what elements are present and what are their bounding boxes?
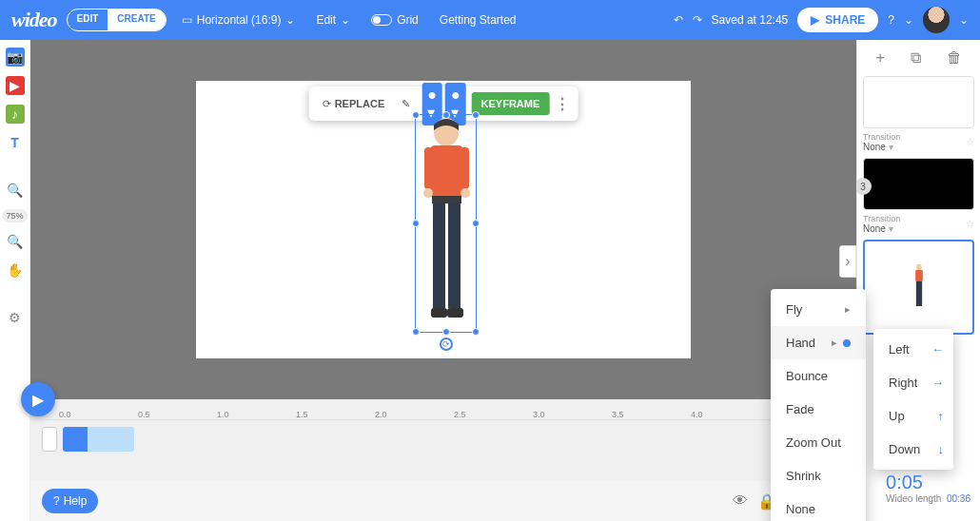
transition-value[interactable]: None bbox=[863, 223, 886, 234]
help-button[interactable]: ? Help bbox=[42, 489, 98, 513]
video-icon[interactable]: ▶ bbox=[6, 76, 25, 95]
timeline-clip[interactable] bbox=[63, 427, 134, 452]
scene-thumb[interactable]: 3 bbox=[863, 158, 974, 210]
resize-handle[interactable] bbox=[442, 111, 450, 119]
resize-handle[interactable] bbox=[412, 328, 420, 336]
scene-thumb[interactable] bbox=[863, 240, 974, 335]
arrow-up-icon: ↑ bbox=[938, 409, 945, 423]
resize-handle[interactable] bbox=[412, 220, 420, 227]
timeline-ruler[interactable]: 0.0 0.5 1.0 1.5 2.0 2.5 3.0 3.5 4.0 bbox=[30, 399, 856, 420]
settings-gear-icon[interactable]: ⚙ bbox=[6, 308, 25, 327]
transition-option-zoom-out[interactable]: Zoom Out bbox=[771, 426, 866, 459]
timeline-track[interactable] bbox=[30, 424, 856, 454]
length-label: Wideo length bbox=[886, 493, 941, 504]
length-value: 00:36 bbox=[947, 493, 970, 504]
share-button[interactable]: ▶ SHARE bbox=[797, 8, 878, 32]
direction-submenu: Left← Right→ Up↑ Down↓ bbox=[873, 329, 953, 470]
mode-create[interactable]: CREATE bbox=[108, 10, 165, 30]
zoom-in-icon[interactable]: 🔍 bbox=[6, 181, 25, 200]
transition-option-fly[interactable]: Fly▸ bbox=[771, 293, 866, 326]
svg-rect-1 bbox=[430, 145, 463, 198]
resize-handle[interactable] bbox=[442, 328, 450, 336]
scene-thumb[interactable] bbox=[863, 76, 974, 128]
mode-edit[interactable]: EDIT bbox=[68, 10, 108, 30]
arrow-down-icon: ↓ bbox=[938, 442, 945, 456]
music-icon[interactable]: ♪ bbox=[6, 105, 25, 124]
avatar[interactable] bbox=[923, 7, 950, 33]
play-icon: ▶ bbox=[811, 13, 819, 27]
transition-option-fade[interactable]: Fade bbox=[771, 393, 866, 426]
chevron-down-icon: ⌄ bbox=[285, 13, 295, 27]
svg-point-11 bbox=[916, 264, 922, 271]
svg-rect-7 bbox=[433, 203, 445, 308]
direction-option-up[interactable]: Up↑ bbox=[873, 399, 959, 433]
resize-handle[interactable] bbox=[472, 328, 480, 336]
pan-hand-icon[interactable]: ✋ bbox=[6, 260, 25, 280]
resize-handle[interactable] bbox=[412, 111, 420, 119]
character-figure[interactable] bbox=[416, 115, 478, 334]
resize-handle[interactable] bbox=[472, 111, 480, 119]
camera-icon[interactable]: 📷 bbox=[6, 48, 25, 67]
add-scene-icon[interactable]: + bbox=[875, 49, 884, 67]
mode-toggle[interactable]: EDIT CREATE bbox=[67, 9, 167, 31]
star-icon[interactable]: ☆ bbox=[966, 219, 974, 229]
rotate-handle[interactable]: ⟳ bbox=[440, 338, 453, 351]
edit-menu[interactable]: Edit ⌄ bbox=[310, 13, 356, 27]
svg-rect-9 bbox=[431, 308, 447, 318]
text-icon[interactable]: T bbox=[6, 133, 25, 152]
transition-option-hand[interactable]: Hand▸ bbox=[771, 326, 866, 359]
visibility-icon[interactable]: 👁 bbox=[733, 492, 748, 510]
transition-option-shrink[interactable]: Shrink bbox=[771, 459, 866, 492]
stage[interactable]: ⟳ REPLACE ✎ ● ▾ ● ▾ KEYFRAME ⋮ bbox=[196, 81, 691, 358]
svg-point-5 bbox=[461, 188, 470, 198]
chevron-down-icon[interactable]: ▾ bbox=[889, 223, 893, 234]
panel-collapse-button[interactable]: › bbox=[839, 245, 856, 278]
duplicate-scene-icon[interactable]: ⧉ bbox=[911, 49, 921, 67]
direction-option-down[interactable]: Down↓ bbox=[873, 433, 959, 466]
transition-option-none[interactable]: None bbox=[771, 492, 866, 521]
chevron-down-icon[interactable]: ⌄ bbox=[959, 13, 969, 27]
direction-option-left[interactable]: Left← bbox=[873, 333, 959, 366]
arrow-left-icon: ← bbox=[931, 342, 944, 357]
canvas-area[interactable]: ⟳ REPLACE ✎ ● ▾ ● ▾ KEYFRAME ⋮ bbox=[30, 40, 856, 399]
zoom-level[interactable]: 75% bbox=[2, 209, 27, 222]
delete-scene-icon[interactable]: 🗑 bbox=[947, 49, 962, 67]
chevron-right-icon: ▸ bbox=[832, 337, 837, 349]
transition-value[interactable]: None bbox=[863, 142, 886, 152]
svg-rect-3 bbox=[461, 147, 469, 189]
resize-handle[interactable] bbox=[472, 220, 480, 227]
svg-rect-6 bbox=[432, 196, 461, 203]
chevron-down-icon[interactable]: ▾ bbox=[889, 142, 893, 152]
toggle-icon bbox=[371, 14, 392, 26]
redo-icon[interactable]: ↷ bbox=[693, 13, 702, 27]
left-sidebar: 📷 ▶ ♪ T 🔍 75% 🔍 ✋ ⚙ bbox=[0, 40, 30, 521]
transition-label: Transition bbox=[863, 132, 900, 142]
svg-rect-10 bbox=[447, 308, 463, 318]
undo-icon[interactable]: ↶ bbox=[674, 13, 683, 27]
chevron-down-icon[interactable]: ⌄ bbox=[904, 13, 913, 27]
svg-rect-2 bbox=[424, 147, 433, 189]
svg-rect-12 bbox=[915, 270, 923, 281]
svg-rect-8 bbox=[448, 203, 461, 308]
aspect-ratio-dropdown[interactable]: ▭ Horizontal (16:9) ⌄ bbox=[176, 13, 302, 27]
current-time: 0:05 bbox=[886, 472, 970, 493]
transition-label: Transition bbox=[863, 214, 900, 223]
zoom-out-icon[interactable]: 🔍 bbox=[6, 232, 25, 251]
transition-menu: Fly▸ Hand▸ Bounce Fade Zoom Out Shrink N… bbox=[771, 289, 866, 521]
selection-box[interactable]: ⟳ bbox=[415, 114, 477, 333]
timeline-clip[interactable] bbox=[42, 427, 57, 452]
help-icon[interactable]: ? bbox=[888, 13, 894, 27]
logo: wideo bbox=[11, 8, 57, 32]
more-icon[interactable]: ⋮ bbox=[555, 95, 570, 113]
chevron-down-icon: ⌄ bbox=[341, 13, 350, 27]
grid-toggle[interactable]: Grid bbox=[365, 13, 424, 27]
direction-option-right[interactable]: Right→ bbox=[873, 366, 959, 399]
keyframe-button[interactable]: KEYFRAME bbox=[472, 92, 550, 115]
edit-pencil-icon[interactable]: ✎ bbox=[396, 94, 416, 114]
top-header: wideo EDIT CREATE ▭ Horizontal (16:9) ⌄ … bbox=[0, 0, 980, 40]
replace-button[interactable]: ⟳ REPLACE bbox=[317, 94, 391, 114]
star-icon[interactable]: ☆ bbox=[966, 137, 974, 147]
timeline-footer: ? Help 👁 🔒▾ | ♪ bbox=[30, 481, 856, 521]
transition-option-bounce[interactable]: Bounce bbox=[771, 359, 866, 393]
getting-started-link[interactable]: Getting Started bbox=[434, 13, 522, 27]
